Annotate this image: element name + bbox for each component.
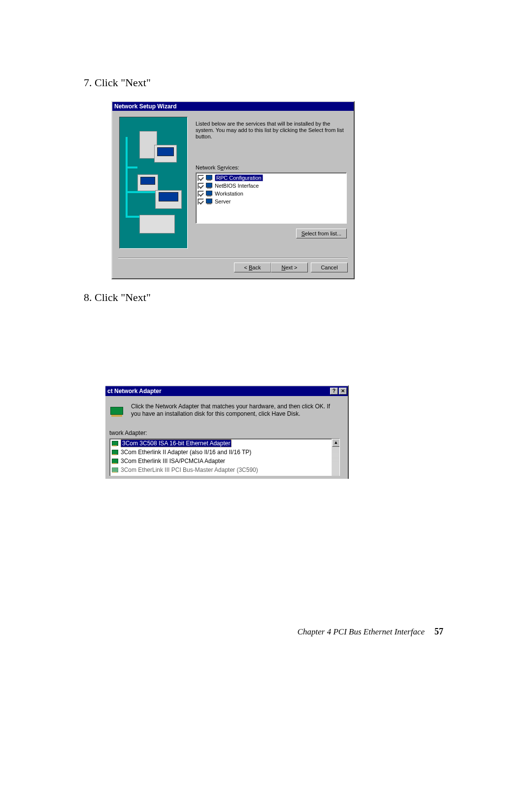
adapter-icon: [111, 457, 119, 465]
step-7-text: 7. Click "Next": [84, 76, 448, 89]
list-item-label: 3Com 3C508 ISA 16-bit Ethernet Adapter: [121, 439, 232, 447]
list-item-label: 3Com EtherLink III PCI Bus-Master Adapte…: [121, 466, 258, 473]
service-icon: [205, 198, 213, 205]
back-button[interactable]: < Back: [234, 263, 271, 272]
list-item-label: NetBIOS Interface: [215, 183, 259, 189]
footer-chapter: Chapter 4 PCI Bus Ethernet Interface: [298, 627, 425, 637]
list-item-label: RPC Configuration: [215, 174, 263, 181]
laptop-icon: [155, 190, 182, 209]
monitor-icon: [137, 174, 158, 191]
checkbox-icon[interactable]: [198, 183, 204, 189]
network-services-label: Network Services:: [196, 165, 347, 170]
footer-page-number: 57: [434, 627, 443, 637]
list-item[interactable]: 3Com EtherLink III PCI Bus-Master Adapte…: [110, 465, 339, 474]
network-adapter-listbox[interactable]: 3Com 3C508 ISA 16-bit Ethernet Adapter 3…: [109, 438, 340, 476]
checkbox-icon[interactable]: [198, 191, 204, 197]
list-item-label: 3Com Etherlink III ISA/PCMCIA Adapter: [121, 458, 225, 465]
next-button[interactable]: Next >: [271, 263, 308, 272]
step-8-text: 8. Click "Next": [84, 291, 448, 304]
wizard-graphic: [119, 117, 188, 249]
monitor-icon: [154, 145, 177, 163]
checkbox-icon[interactable]: [198, 199, 204, 205]
list-item[interactable]: RPC Configuration: [197, 174, 345, 182]
list-item[interactable]: Server: [197, 198, 345, 205]
dialog2-title: ct Network Adapter: [107, 388, 162, 395]
select-from-list-button[interactable]: Select from list...: [296, 229, 347, 238]
adapter-icon: [111, 448, 119, 456]
network-card-icon: [109, 404, 125, 420]
list-item[interactable]: NetBIOS Interface: [197, 182, 345, 190]
dialog1-title: Network Setup Wizard: [114, 103, 177, 110]
checkbox-icon[interactable]: [198, 175, 204, 181]
service-icon: [205, 182, 213, 190]
select-network-adapter-dialog: ct Network Adapter ? ✕ Click the Network…: [105, 385, 349, 479]
separator: [118, 258, 348, 259]
list-item[interactable]: Workstation: [197, 190, 345, 198]
network-services-listbox[interactable]: RPC Configuration NetBIOS Interface Work…: [196, 172, 347, 224]
list-item-label: Workstation: [215, 191, 243, 197]
dialog1-titlebar: Network Setup Wizard: [112, 102, 354, 111]
list-item[interactable]: 3Com Etherlink II Adapter (also II/16 an…: [110, 448, 339, 457]
cancel-button[interactable]: Cancel: [311, 263, 348, 272]
service-icon: [205, 174, 213, 182]
help-button[interactable]: ?: [330, 388, 338, 395]
network-adapter-label: twork Adapter:: [109, 430, 340, 436]
printer-icon: [139, 215, 175, 233]
list-item[interactable]: 3Com Etherlink III ISA/PCMCIA Adapter: [110, 457, 339, 465]
dialog2-intro: Click the Network Adapter that matches y…: [131, 403, 340, 418]
dialog2-titlebar: ct Network Adapter ? ✕: [105, 386, 348, 396]
dialog1-intro: Listed below are the services that will …: [196, 121, 347, 140]
list-item-label: Server: [215, 199, 231, 204]
adapter-icon: [111, 466, 119, 474]
page-footer: Chapter 4 PCI Bus Ethernet Interface 57: [298, 627, 443, 637]
list-item[interactable]: 3Com 3C508 ISA 16-bit Ethernet Adapter: [110, 439, 339, 448]
network-setup-wizard-dialog: Network Setup Wizard Listed below are th…: [111, 101, 355, 279]
scrollbar[interactable]: ▲: [332, 439, 339, 476]
list-item-label: 3Com Etherlink II Adapter (also II/16 an…: [121, 449, 251, 456]
adapter-icon: [111, 439, 119, 447]
scroll-up-button[interactable]: ▲: [332, 439, 340, 447]
close-button[interactable]: ✕: [339, 388, 347, 395]
service-icon: [205, 190, 213, 198]
scrollbar-track[interactable]: [332, 447, 339, 476]
